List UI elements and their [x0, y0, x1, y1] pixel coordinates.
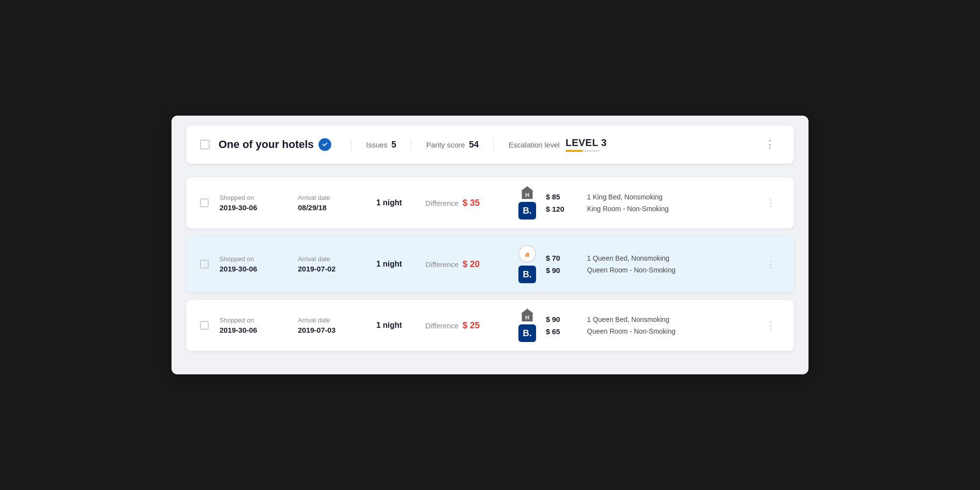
room-types-column: 1 King Bed, NonsmokingKing Room - Non-Sm… — [587, 193, 757, 213]
shopped-on-label: Shopped on — [220, 317, 278, 324]
room-type-2: King Room - Non-Smoking — [587, 205, 757, 213]
row-more-menu[interactable]: ⋮ — [762, 195, 780, 211]
shopped-on-section: Shopped on2019-30-06 — [220, 317, 278, 334]
escalation-label: Escalation level — [509, 141, 560, 149]
price-1: $ 85 — [546, 193, 575, 201]
shopped-on-value: 2019-30-06 — [220, 203, 278, 212]
main-container: One of your hotels Issues 5 Parity score… — [172, 116, 808, 374]
hotel-name: One of your hotels — [219, 138, 314, 151]
arrival-value: 08/29/18 — [298, 203, 357, 212]
issues-stat: Issues 5 — [351, 140, 411, 150]
escalation-section: Escalation level LEVEL 3 — [493, 137, 622, 152]
price-1: $ 70 — [546, 254, 575, 262]
arrival-date-section: Arrival date2019-07-03 — [298, 317, 357, 334]
verified-badge-icon — [318, 138, 331, 151]
diff-label: Difference — [425, 260, 459, 269]
nights-text: 1 night — [376, 198, 406, 207]
arrival-label: Arrival date — [298, 317, 357, 324]
escalation-value-wrap: LEVEL 3 — [565, 137, 607, 152]
table-row: Shopped on2019-30-06Arrival date2019-07-… — [186, 300, 794, 351]
shopped-on-value: 2019-30-06 — [220, 265, 278, 273]
row-checkbox[interactable] — [200, 260, 209, 269]
price-1: $ 90 — [546, 315, 575, 323]
room-type-2: Queen Room - Non-Smoking — [587, 266, 757, 274]
shopped-on-label: Shopped on — [220, 194, 278, 201]
prices-column: $ 85$ 120 — [546, 193, 575, 213]
hotel-more-menu[interactable]: ⋮ — [760, 136, 780, 153]
booking-b-icon: B. — [518, 324, 536, 342]
booking-b-icon: B. — [518, 202, 536, 220]
table-row: Shopped on2019-30-06Arrival date08/29/18… — [186, 177, 794, 228]
diff-value: $ 35 — [463, 198, 480, 208]
row-checkbox[interactable] — [200, 321, 209, 330]
hotel-checkbox[interactable] — [200, 140, 210, 149]
escalation-value: LEVEL 3 — [565, 137, 607, 148]
shopped-on-value: 2019-30-06 — [220, 326, 278, 334]
shopped-on-section: Shopped on2019-30-06 — [220, 194, 278, 212]
room-type-1: 1 Queen Bed, Nonsmoking — [587, 316, 757, 323]
arrival-value: 2019-07-02 — [298, 265, 357, 273]
arrival-value: 2019-07-03 — [298, 326, 357, 334]
room-type-1: 1 Queen Bed, Nonsmoking — [587, 254, 757, 262]
prices-column: $ 70$ 90 — [546, 254, 575, 274]
arrival-label: Arrival date — [298, 194, 357, 201]
difference-section: Difference$ 25 — [425, 320, 504, 331]
price-2: $ 65 — [546, 327, 575, 336]
room-types-column: 1 Queen Bed, NonsmokingQueen Room - Non-… — [587, 254, 757, 274]
row-more-menu[interactable]: ⋮ — [762, 318, 780, 333]
hotel-h-icon: H — [521, 309, 534, 321]
shopped-on-section: Shopped on2019-30-06 — [220, 255, 278, 273]
room-types-column: 1 Queen Bed, NonsmokingQueen Room - Non-… — [587, 316, 757, 335]
arrival-date-section: Arrival date2019-07-02 — [298, 255, 357, 273]
shopped-on-label: Shopped on — [220, 255, 278, 263]
parity-value: 54 — [469, 140, 479, 150]
diff-label: Difference — [425, 321, 459, 330]
parity-stat: Parity score 54 — [411, 140, 493, 150]
brand-a-icon: a — [518, 245, 536, 263]
issues-label: Issues — [366, 141, 387, 149]
prices-column: $ 90$ 65 — [546, 315, 575, 336]
diff-label: Difference — [425, 199, 459, 207]
issues-value: 5 — [392, 140, 396, 150]
difference-section: Difference$ 35 — [425, 198, 504, 208]
brands-column: a B. — [518, 245, 536, 283]
hotel-header-card: One of your hotels Issues 5 Parity score… — [186, 125, 794, 164]
rows-container: Shopped on2019-30-06Arrival date08/29/18… — [176, 173, 804, 355]
arrival-date-section: Arrival date08/29/18 — [298, 194, 357, 212]
table-row: Shopped on2019-30-06Arrival date2019-07-… — [186, 236, 794, 292]
parity-label: Parity score — [426, 141, 465, 149]
diff-value: $ 20 — [463, 259, 480, 270]
row-more-menu[interactable]: ⋮ — [762, 256, 780, 272]
escalation-bar-fill — [565, 150, 583, 152]
difference-section: Difference$ 20 — [425, 259, 504, 270]
row-checkbox[interactable] — [200, 198, 209, 207]
nights-text: 1 night — [376, 321, 406, 330]
brands-column: H B. — [518, 309, 536, 342]
price-2: $ 90 — [546, 266, 575, 274]
arrival-label: Arrival date — [298, 255, 357, 263]
price-2: $ 120 — [546, 205, 575, 213]
hotel-h-icon: H — [521, 186, 534, 199]
room-type-1: 1 King Bed, Nonsmoking — [587, 193, 757, 201]
room-type-2: Queen Room - Non-Smoking — [587, 327, 757, 335]
diff-value: $ 25 — [463, 320, 480, 331]
escalation-bar — [565, 150, 600, 152]
booking-b-icon: B. — [518, 266, 536, 283]
nights-text: 1 night — [376, 260, 406, 269]
brands-column: H B. — [518, 186, 536, 220]
